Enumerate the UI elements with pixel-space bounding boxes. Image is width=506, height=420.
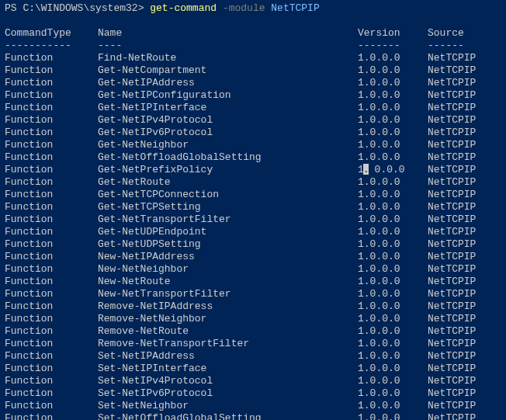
cell-source: NetTCPIP [428,276,501,288]
cell-name: Get-NetCompartment [98,64,358,77]
cell-commandtype: Function [5,89,98,102]
table-row: FunctionGet-NetUDPSetting1.0.0.0NetTCPIP [5,238,501,251]
cell-source: NetTCPIP [428,127,501,139]
header-name: Name [98,27,358,40]
cell-name: Get-NetIPv4Protocol [98,114,358,127]
cell-name: Get-NetUDPEndpoint [98,226,358,238]
cell-name: Get-NetOffloadGlobalSetting [98,151,358,164]
cursor-icon: . [363,164,369,175]
cell-commandtype: Function [5,412,98,420]
table-row: FunctionGet-NetIPv4Protocol1.0.0.0NetTCP… [5,114,501,127]
cell-name: Set-NetIPInterface [98,363,358,375]
cell-source: NetTCPIP [428,363,501,375]
cell-source: NetTCPIP [428,387,501,400]
cell-version: 1.0.0.0 [358,127,428,139]
table-row: FunctionGet-NetIPv6Protocol1.0.0.0NetTCP… [5,127,501,139]
prompt-command: get-command [150,2,217,14]
cell-name: Get-NetIPConfiguration [98,89,358,102]
cell-version: 1.0.0.0 [358,325,428,338]
cell-commandtype: Function [5,226,98,238]
cell-version: 1. 0.0.0 [358,164,428,176]
cell-name: New-NetIPAddress [98,251,358,263]
cell-commandtype: Function [5,313,98,325]
cell-name: Remove-NetIPAddress [98,300,358,313]
table-row: FunctionGet-NetIPInterface1.0.0.0NetTCPI… [5,102,501,114]
cell-commandtype: Function [5,288,98,300]
underline-name: ---- [98,40,358,52]
cell-name: Remove-NetTransportFilter [98,338,358,350]
cell-source: NetTCPIP [428,164,501,176]
underline-source: ------ [428,40,501,52]
cell-source: NetTCPIP [428,89,501,102]
cell-commandtype: Function [5,77,98,89]
cell-name: Get-NetIPInterface [98,102,358,114]
cell-name: Get-NetRoute [98,176,358,189]
cell-version: 1.0.0.0 [358,213,428,226]
cell-commandtype: Function [5,387,98,400]
cell-name: Get-NetIPv6Protocol [98,127,358,139]
cell-source: NetTCPIP [428,263,501,276]
cell-version: 1.0.0.0 [358,139,428,151]
cell-name: Set-NetOffloadGlobalSetting [98,412,358,420]
cell-commandtype: Function [5,127,98,139]
cell-name: Find-NetRoute [98,52,358,64]
cell-version: 1.0.0.0 [358,52,428,64]
cell-version: 1.0.0.0 [358,251,428,263]
table-row: FunctionRemove-NetRoute1.0.0.0NetTCPIP [5,325,501,338]
prompt-arg: NetTCPIP [271,2,319,14]
cell-version: 1.0.0.0 [358,238,428,251]
cell-commandtype: Function [5,189,98,201]
cell-version: 1.0.0.0 [358,363,428,375]
table-row: FunctionRemove-NetIPAddress1.0.0.0NetTCP… [5,300,501,313]
cell-version: 1.0.0.0 [358,350,428,363]
cell-commandtype: Function [5,300,98,313]
cell-source: NetTCPIP [428,102,501,114]
cell-source: NetTCPIP [428,213,501,226]
header-commandtype: CommandType [5,27,98,40]
table-row: FunctionGet-NetIPConfiguration1.0.0.0Net… [5,89,501,102]
cell-version: 1.0.0.0 [358,412,428,420]
cell-source: NetTCPIP [428,189,501,201]
cell-version: 1.0.0.0 [358,77,428,89]
cell-source: NetTCPIP [428,238,501,251]
cell-source: NetTCPIP [428,114,501,127]
cell-commandtype: Function [5,325,98,338]
cell-source: NetTCPIP [428,313,501,325]
cell-name: Get-NetPrefixPolicy [98,164,358,176]
table-row: FunctionNew-NetTransportFilter1.0.0.0Net… [5,288,501,300]
cell-source: NetTCPIP [428,338,501,350]
table-row: FunctionRemove-NetNeighbor1.0.0.0NetTCPI… [5,313,501,325]
cell-name: Get-NetUDPSetting [98,238,358,251]
cell-version-rest: 0.0.0 [369,164,405,175]
cell-name: Set-NetIPv4Protocol [98,375,358,387]
cell-version: 1.0.0.0 [358,114,428,127]
cell-source: NetTCPIP [428,201,501,213]
table-row: FunctionGet-NetCompartment1.0.0.0NetTCPI… [5,64,501,77]
table-row: FunctionSet-NetNeighbor1.0.0.0NetTCPIP [5,400,501,412]
cell-name: Set-NetIPAddress [98,350,358,363]
cell-commandtype: Function [5,176,98,189]
cell-source: NetTCPIP [428,139,501,151]
cell-version: 1.0.0.0 [358,263,428,276]
cell-version: 1.0.0.0 [358,151,428,164]
cell-name: Remove-NetNeighbor [98,313,358,325]
cell-source: NetTCPIP [428,226,501,238]
cell-name: New-NetTransportFilter [98,288,358,300]
table-row: FunctionGet-NetOffloadGlobalSetting1.0.0… [5,151,501,164]
cell-source: NetTCPIP [428,375,501,387]
cell-source: NetTCPIP [428,64,501,77]
prompt-line[interactable]: PS C:\WINDOWS\system32> get-command -mod… [5,2,501,15]
table-row: FunctionFind-NetRoute1.0.0.0NetTCPIP [5,52,501,64]
table-row: FunctionNew-NetNeighbor1.0.0.0NetTCPIP [5,263,501,276]
cell-source: NetTCPIP [428,325,501,338]
cell-name: New-NetRoute [98,276,358,288]
cell-version: 1.0.0.0 [358,176,428,189]
cell-name: New-NetNeighbor [98,263,358,276]
prompt-prefix: PS C:\WINDOWS\system32> [5,2,150,14]
cell-name: Get-NetTransportFilter [98,213,358,226]
cell-source: NetTCPIP [428,288,501,300]
cell-name: Set-NetIPv6Protocol [98,387,358,400]
table-row: FunctionGet-NetNeighbor1.0.0.0NetTCPIP [5,139,501,151]
table-row: FunctionGet-NetIPAddress1.0.0.0NetTCPIP [5,77,501,89]
cell-commandtype: Function [5,164,98,176]
